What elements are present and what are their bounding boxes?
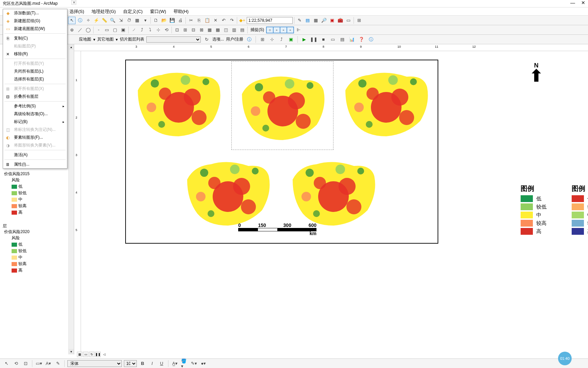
goto-xy-icon[interactable]: ⇲ — [117, 17, 125, 24]
sketch9-icon[interactable]: ▤ — [239, 26, 246, 34]
refresh-icon[interactable]: ↻ — [203, 36, 210, 43]
user-register-link[interactable]: 用户/注册 — [226, 36, 243, 42]
ctx-label[interactable]: 标记(B) — [3, 118, 67, 126]
ctx-new-group[interactable]: ◈新建图层组(G) — [3, 17, 67, 25]
sketch5-icon[interactable]: ▦ — [206, 26, 213, 34]
scale-input[interactable] — [247, 17, 293, 24]
toc-legend-item[interactable]: 较高 — [12, 203, 74, 209]
window-icon[interactable]: ▭ — [345, 17, 352, 24]
layout-view-button[interactable]: ▭ — [83, 352, 88, 357]
sketch2-icon[interactable]: ⊞ — [181, 26, 189, 34]
chart-icon[interactable]: 📊 — [348, 36, 356, 43]
model-builder-icon[interactable]: ⊞ — [355, 17, 363, 24]
sketch8-icon[interactable]: ▥ — [230, 26, 238, 34]
zoom-tool-icon[interactable]: ⊡ — [22, 360, 29, 367]
identify-icon[interactable]: ⓘ — [76, 17, 84, 24]
georef2-icon[interactable]: ⊹ — [268, 36, 276, 43]
toc-legend-item[interactable]: 低 — [12, 183, 74, 190]
menu-select[interactable]: 选择(S) — [68, 8, 85, 15]
dropdown-icon[interactable]: ▾ — [142, 17, 149, 24]
close-button[interactable]: ✕ — [581, 0, 585, 5]
ctx-activate[interactable]: 激活(A) — [3, 151, 67, 159]
text-tool-icon[interactable]: A▾ — [45, 360, 52, 367]
anim2-icon[interactable]: ▤ — [339, 36, 346, 43]
ctx-ref-scale[interactable]: 参考比例(S) — [3, 102, 67, 110]
rect-icon[interactable]: ▭ — [103, 26, 111, 34]
snap-label[interactable]: 捕捉(S) — [250, 27, 264, 33]
select-elements-icon[interactable]: ↖ — [3, 360, 10, 367]
catalog-icon[interactable]: ▦ — [312, 17, 320, 24]
toc-group-layer[interactable]: 层 — [3, 223, 74, 229]
map-thumb-5[interactable] — [286, 152, 381, 231]
stop-icon[interactable]: ■ — [320, 36, 327, 43]
toc-layer-2015[interactable]: 价值风险2015 — [4, 171, 74, 177]
toc-icon[interactable]: ▤ — [304, 17, 311, 24]
sketch7-icon[interactable]: ◫ — [222, 26, 230, 34]
ctx-properties[interactable]: 🗏属性(I)... — [3, 160, 67, 168]
georef1-icon[interactable]: ⊞ — [259, 36, 266, 43]
sketch3-icon[interactable]: ⊟ — [190, 26, 197, 34]
toc-layer-2020[interactable]: 价值风险2020 — [4, 229, 74, 235]
copy-icon[interactable]: ⎘ — [195, 17, 203, 24]
redo-icon[interactable]: ↷ — [228, 17, 235, 24]
info2-icon[interactable]: ⓘ — [367, 36, 375, 43]
snap-edge-icon[interactable]: ▫ — [287, 27, 294, 33]
hyperlink-icon[interactable]: ⚡ — [93, 17, 100, 24]
minimize-button[interactable]: — — [570, 0, 575, 5]
map-thumb-1[interactable] — [131, 63, 226, 141]
rectangle-tool-icon[interactable]: ▭▾ — [35, 360, 43, 367]
open-icon[interactable]: 📂 — [160, 17, 168, 24]
toolbox-icon[interactable]: 🧰 — [337, 17, 344, 24]
sketch4-icon[interactable]: ⊠ — [198, 26, 205, 34]
map-thumb-2-selected[interactable] — [231, 61, 333, 150]
font-select[interactable]: 宋体 — [67, 360, 122, 367]
tab-close-button[interactable]: ✕ — [71, 0, 76, 5]
line-icon[interactable]: ／ — [76, 26, 84, 34]
snap-point-icon[interactable]: ○ — [266, 27, 273, 33]
data-view-button[interactable]: ▦ — [77, 352, 82, 357]
toc-legend-item[interactable]: 高 — [12, 209, 74, 216]
pause-draw-button[interactable]: ❚❚ — [95, 352, 101, 357]
layout-canvas[interactable]: 3 4 5 6 7 8 9 10 11 12 1 2 3 4 5 — [74, 44, 588, 354]
editor-toolbar-icon[interactable]: ✎ — [296, 17, 303, 24]
cut-icon[interactable]: ✂ — [187, 17, 195, 24]
bold-button[interactable]: B — [139, 360, 146, 367]
info-icon[interactable]: ⓘ — [245, 36, 253, 43]
rect2-icon[interactable]: ▢ — [111, 26, 119, 34]
sketch6-icon[interactable]: ▩ — [214, 26, 222, 34]
snap-vertex-icon[interactable]: ▫ — [280, 27, 287, 33]
toc-legend-item[interactable]: 较高 — [12, 261, 74, 267]
rotate-tool-icon[interactable]: ⟲ — [12, 360, 20, 367]
find-icon[interactable]: 🔍 — [109, 17, 116, 24]
delete-icon[interactable]: ✕ — [212, 17, 219, 24]
ctx-remove[interactable]: ✕移除(R) — [3, 50, 67, 58]
print-icon[interactable]: 🖨 — [177, 17, 184, 24]
ctx-feat-to-graphic[interactable]: ◐要素转图形(F)... — [3, 134, 67, 141]
bing-map-dropdown[interactable]: 应地图 — [79, 36, 91, 42]
sketch1-icon[interactable]: ⊡ — [173, 26, 181, 34]
edit-text-icon[interactable]: ✎ — [54, 360, 62, 367]
help-icon[interactable]: ❓ — [358, 36, 365, 43]
reshape-icon[interactable]: ⤴ — [138, 26, 146, 34]
zoom-in-icon[interactable]: ⊕ — [68, 26, 76, 34]
underline-button[interactable]: U — [158, 360, 165, 367]
measure-icon[interactable]: 📏 — [101, 17, 108, 24]
snap-toggle-icon[interactable]: ⊩ — [295, 26, 302, 34]
toc-scrollbar[interactable]: ▴ ▾ — [68, 44, 74, 354]
georef3-icon[interactable]: ⤴ — [278, 36, 285, 43]
pause-icon[interactable]: ❚❚ — [310, 36, 317, 43]
viewer-icon[interactable]: ▦ — [133, 17, 141, 24]
layout-page[interactable]: N ⬆ 0 150 300 600 km — [125, 60, 500, 305]
georef4-icon[interactable]: ▣ — [287, 36, 295, 43]
toc-legend-item[interactable]: 较低 — [12, 248, 74, 254]
time-slider-icon[interactable]: ⏱ — [125, 17, 133, 24]
split-icon[interactable]: ⊹ — [154, 26, 162, 34]
other-map-dropdown[interactable]: 其它地图 — [97, 36, 114, 42]
edit-vertices-icon[interactable]: ⟋ — [130, 26, 137, 34]
menu-customize[interactable]: 自定义(C) — [122, 8, 144, 15]
font-size-select[interactable]: 10 — [124, 360, 137, 367]
toc-legend-item[interactable]: 中 — [12, 254, 74, 261]
ctx-adv-draw[interactable]: 高级绘制选项(O)... — [3, 110, 67, 118]
legend-2[interactable]: 图例 低 较低 中 较高 高 — [572, 184, 588, 236]
marker-color-icon[interactable]: ●▾ — [200, 360, 207, 367]
